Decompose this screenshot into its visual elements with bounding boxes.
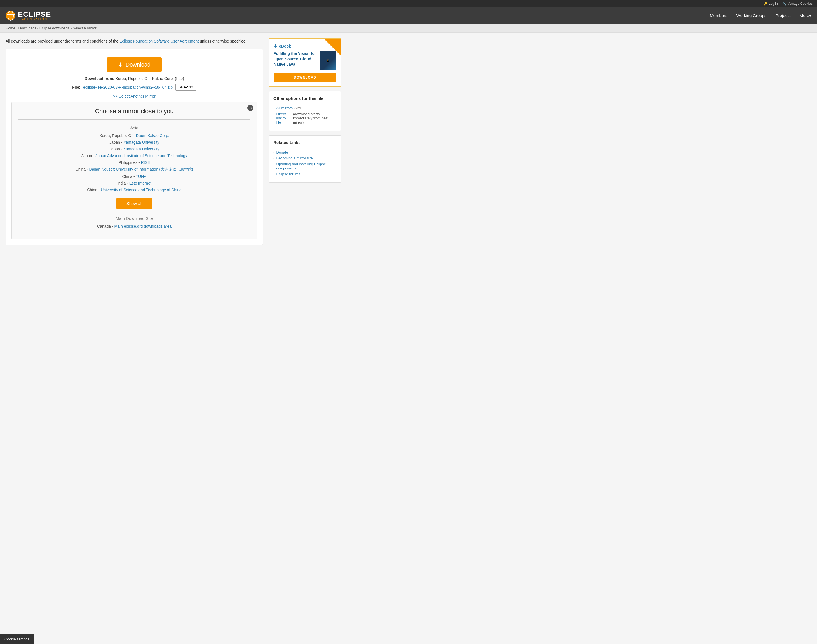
mirror-link[interactable]: Japan Advanced Institute of Science and … <box>96 153 187 158</box>
list-item: Eclipse forums <box>273 172 336 176</box>
top-bar: 🔑 Log in 🔧 Manage Cookies <box>0 0 817 7</box>
direct-link-extra: (download starts immediately from best m… <box>293 112 336 124</box>
select-mirror-link[interactable]: >> Select Another Mirror <box>11 94 257 98</box>
breadcrumb-current: Eclipse downloads - Select a mirror <box>40 26 97 30</box>
download-icon <box>118 61 123 68</box>
mirror-link[interactable]: Yamagata University <box>123 147 159 151</box>
breadcrumb-downloads[interactable]: Downloads <box>18 26 36 30</box>
list-item: Japan - Yamagata University <box>18 147 250 151</box>
list-item: Updating and installing Eclipse componen… <box>273 162 336 170</box>
list-item: Philippines - RISE <box>18 160 250 165</box>
main-content: All downloads are provided under the ter… <box>0 33 347 252</box>
eula-link[interactable]: Eclipse Foundation Software User Agreeme… <box>120 39 199 43</box>
main-download-site-label: Main Download Site <box>18 216 250 221</box>
mirror-chooser: ✕ Choose a mirror close to you Asia Kore… <box>11 102 257 239</box>
mirror-link[interactable]: Dalian Neusoft University of Information… <box>89 167 194 172</box>
ebook-download-icon: ⬇ <box>273 43 277 49</box>
list-item: Japan - Yamagata University <box>18 140 250 144</box>
other-options-list: All mirrors (xml) Direct link to file (d… <box>273 106 336 124</box>
related-links-heading: Related Links <box>273 140 336 147</box>
other-options-card: Other options for this file All mirrors … <box>269 91 341 131</box>
intro-paragraph: All downloads are provided under the ter… <box>6 38 263 44</box>
eclipse-logo-icon <box>6 11 16 21</box>
manage-cookies-link[interactable]: 🔧 Manage Cookies <box>782 2 812 6</box>
list-item: Donate <box>273 150 336 154</box>
login-icon: 🔑 <box>763 2 769 6</box>
header: ECLIPSE FOUNDATION Members Working Group… <box>0 7 817 24</box>
breadcrumb: Home / Downloads / Eclipse downloads - S… <box>0 24 817 33</box>
other-options-heading: Other options for this file <box>273 96 336 103</box>
all-mirrors-extra: (xml) <box>294 106 303 110</box>
nav-working-groups[interactable]: Working Groups <box>736 13 766 18</box>
ebook-tag: eBook <box>279 44 291 48</box>
svg-point-1 <box>8 11 14 20</box>
mirror-list-asia: Korea, Republic Of - Daum Kakao Corp. Ja… <box>18 133 250 192</box>
list-item: Becoming a mirror site <box>273 156 336 160</box>
nav-projects[interactable]: Projects <box>776 13 791 18</box>
logo: ECLIPSE FOUNDATION <box>6 10 51 21</box>
list-item: All mirrors (xml) <box>273 106 336 110</box>
mirror-chooser-title: Choose a mirror close to you <box>18 108 250 115</box>
list-item: Direct link to file (download starts imm… <box>273 112 336 124</box>
related-links-card: Related Links Donate Becoming a mirror s… <box>269 135 341 182</box>
related-links-list: Donate Becoming a mirror site Updating a… <box>273 150 336 176</box>
main-download-list: Canada - Main eclipse.org downloads area <box>18 224 250 228</box>
ebook-download-button[interactable]: DOWNLOAD <box>273 73 336 82</box>
mirror-link[interactable]: Daum Kakao Corp. <box>136 133 169 138</box>
breadcrumb-home[interactable]: Home <box>6 26 15 30</box>
ebook-corner-decoration <box>324 39 341 56</box>
mirror-link[interactable]: Main eclipse.org downloads area <box>114 224 172 228</box>
direct-link[interactable]: Direct link to file <box>276 112 291 124</box>
all-mirrors-link[interactable]: All mirrors <box>276 106 293 110</box>
close-mirror-button[interactable]: ✕ <box>247 105 253 111</box>
mirror-link[interactable]: TUNA <box>136 174 146 179</box>
region-asia-label: Asia <box>18 125 250 130</box>
mirror-link[interactable]: Yamagata University <box>123 140 159 144</box>
sha-button[interactable]: SHA-512 <box>175 84 197 90</box>
list-item: China - Dalian Neusoft University of Inf… <box>18 167 250 172</box>
file-row: File: eclipse-jee-2020-03-R-incubation-w… <box>11 84 257 90</box>
list-item: Canada - Main eclipse.org downloads area <box>18 224 250 228</box>
download-from: Download from: Korea, Republic Of - Kaka… <box>11 76 257 81</box>
list-item: China - University of Science and Techno… <box>18 188 250 192</box>
wrench-icon: 🔧 <box>782 2 787 6</box>
ebook-card: ⬇ eBook 📱 Fulfilling the Vision for Open… <box>269 38 341 87</box>
mirror-link[interactable]: University of Science and Technology of … <box>101 188 181 192</box>
list-item: Japan - Japan Advanced Institute of Scie… <box>18 153 250 158</box>
login-link[interactable]: 🔑 Log in <box>763 2 778 6</box>
nav-members[interactable]: Members <box>710 13 728 18</box>
mirror-site-link[interactable]: Becoming a mirror site <box>276 156 313 160</box>
right-column: ⬇ eBook 📱 Fulfilling the Vision for Open… <box>269 38 341 246</box>
file-link[interactable]: eclipse-jee-2020-03-R-incubation-win32-x… <box>83 85 173 89</box>
download-button[interactable]: Download <box>107 57 162 72</box>
nav-more[interactable]: More▾ <box>800 13 811 18</box>
mirror-link[interactable]: RISE <box>141 160 150 165</box>
mirror-link[interactable]: Esto Internet <box>129 181 151 186</box>
logo-eclipse-text: ECLIPSE <box>18 10 51 18</box>
list-item: Korea, Republic Of - Daum Kakao Corp. <box>18 133 250 138</box>
download-box: Download Download from: Korea, Republic … <box>6 49 263 245</box>
show-all-button[interactable]: Show all <box>117 198 152 209</box>
left-column: All downloads are provided under the ter… <box>6 38 263 246</box>
logo-foundation-text: FOUNDATION <box>18 18 51 21</box>
updating-link[interactable]: Updating and installing Eclipse componen… <box>276 162 336 170</box>
list-item: China - TUNA <box>18 174 250 179</box>
donate-link[interactable]: Donate <box>276 150 288 154</box>
forums-link[interactable]: Eclipse forums <box>276 172 300 176</box>
main-nav: Members Working Groups Projects More▾ <box>710 13 811 18</box>
list-item: India - Esto Internet <box>18 181 250 186</box>
